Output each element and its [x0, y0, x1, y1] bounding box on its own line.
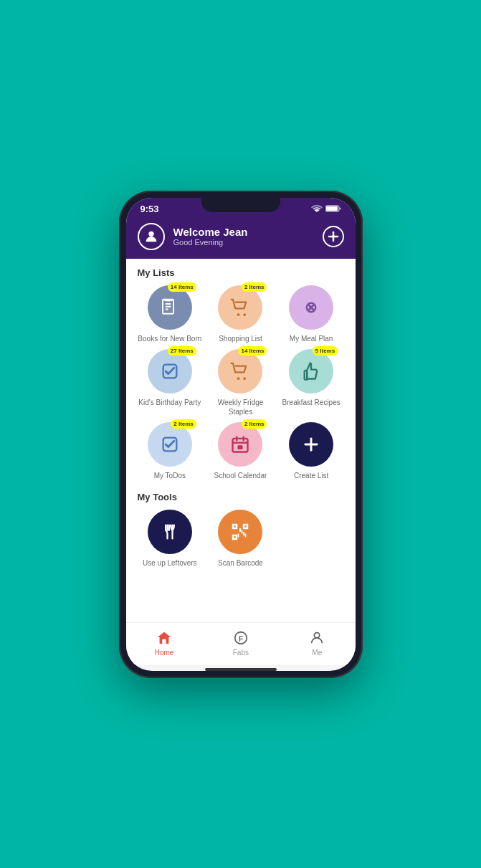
calendar-icon: [230, 434, 250, 454]
svg-point-0: [316, 211, 318, 213]
tool-item-barcode[interactable]: Scan Barcode: [208, 510, 273, 568]
svg-point-3: [148, 231, 153, 236]
list-item-meal[interactable]: My Meal Plan: [279, 285, 344, 343]
me-nav-label: Me: [312, 649, 322, 657]
label-create: Create List: [294, 471, 328, 480]
home-icon: [156, 630, 172, 646]
icon-wrapper-create: [289, 422, 333, 467]
list-item-calendar[interactable]: 2 Items School Calendar: [208, 422, 273, 480]
svg-text:F: F: [239, 634, 243, 642]
list-item-birthday[interactable]: 27 Items Kid's Birthday Party: [138, 349, 203, 416]
list-item-fridge[interactable]: 14 Items Weekly Fridge Staples: [208, 349, 273, 416]
icon-circle-create: [289, 422, 333, 467]
badge-birthday: 27 Items: [168, 346, 196, 356]
fabs-nav-icon: F: [232, 629, 250, 647]
my-lists-title: My Lists: [138, 267, 344, 278]
home-bar: [205, 668, 277, 671]
svg-point-17: [237, 377, 240, 380]
add-button[interactable]: [323, 226, 344, 247]
home-nav-label: Home: [155, 649, 174, 657]
icon-wrapper-breakfast: 5 Items: [289, 349, 333, 394]
list-item-shopping[interactable]: 2 Items Shopping List: [208, 285, 273, 343]
svg-point-18: [244, 377, 247, 380]
status-icons: [311, 205, 341, 212]
notch: [201, 198, 280, 212]
tool-item-leftovers[interactable]: Use up Leftovers: [138, 510, 203, 568]
my-tools-grid: Use up Leftovers: [138, 510, 344, 568]
svg-rect-39: [162, 639, 166, 643]
svg-point-11: [244, 313, 247, 316]
icon-wrapper-shopping: 2 Items: [218, 285, 262, 330]
label-fridge: Weekly Fridge Staples: [208, 398, 273, 416]
icon-circle-birthday: [148, 349, 192, 394]
home-nav-icon: [155, 629, 173, 647]
my-tools-title: My Tools: [138, 492, 344, 502]
badge-todos: 2 Items: [171, 419, 196, 429]
header-text: Welcome Jean Good Evening: [173, 226, 314, 247]
icon-wrapper-todos: 2 Items: [148, 422, 192, 467]
wifi-icon: [311, 205, 323, 212]
icon-circle-shopping: [218, 285, 262, 330]
icon-wrapper-calendar: 2 Items: [218, 422, 262, 467]
icon-wrapper-leftovers: [148, 510, 192, 554]
phone-screen: 9:53: [126, 198, 356, 671]
icon-wrapper-barcode: [218, 510, 262, 554]
thumbsup-icon: [301, 361, 321, 381]
badge-calendar: 2 Items: [242, 419, 267, 429]
svg-point-15: [310, 305, 313, 309]
cross-icon: [300, 297, 322, 318]
avatar: [138, 223, 165, 250]
nav-item-me[interactable]: Me: [308, 629, 326, 657]
list-item-books[interactable]: 14 Items Books for New Born: [138, 285, 203, 343]
list-item-todos[interactable]: 2 Items My ToDos: [138, 422, 203, 480]
badge-breakfast: 5 Items: [313, 346, 338, 356]
battery-icon: [325, 205, 341, 212]
icon-circle-meal: [289, 285, 333, 330]
icon-wrapper-birthday: 27 Items: [148, 349, 192, 394]
nav-item-fabs[interactable]: F Fabs: [232, 629, 250, 657]
person-icon: [309, 630, 325, 646]
phone-frame: 9:53: [119, 191, 363, 678]
svg-rect-19: [305, 370, 308, 379]
cart-icon: [229, 297, 251, 318]
header-title: Welcome Jean: [173, 226, 314, 238]
label-leftovers: Use up Leftovers: [143, 558, 197, 568]
user-icon: [143, 229, 159, 244]
label-todos: My ToDos: [154, 471, 186, 480]
list-item-breakfast[interactable]: 5 Items Breakfast Recipes: [279, 349, 344, 416]
status-time: 9:53: [141, 204, 159, 214]
label-books: Books for New Born: [138, 334, 201, 343]
bottom-nav: Home F Fabs Me: [126, 622, 356, 665]
plus-icon: [328, 231, 339, 242]
barcode-icon: [229, 521, 251, 543]
header: Welcome Jean Good Evening: [126, 217, 356, 259]
badge-shopping: 2 Items: [242, 282, 267, 292]
icon-circle-barcode: [218, 510, 262, 554]
main-content: My Lists 1: [126, 259, 356, 622]
book-icon: [159, 297, 181, 318]
label-barcode: Scan Barcode: [218, 558, 263, 568]
icon-circle-books: [148, 285, 192, 330]
cart2-icon: [229, 361, 251, 382]
fabs-icon: F: [233, 630, 249, 646]
svg-point-42: [315, 632, 320, 637]
badge-books: 14 Items: [168, 282, 196, 292]
svg-rect-25: [238, 445, 243, 449]
label-breakfast: Breakfast Recipes: [282, 398, 340, 407]
me-nav-icon: [308, 629, 326, 647]
create-icon: [301, 434, 321, 454]
label-shopping: Shopping List: [219, 334, 262, 343]
icon-circle-calendar: [218, 422, 262, 467]
checkbox-icon: [160, 361, 180, 381]
badge-fridge: 14 Items: [238, 346, 267, 356]
my-lists-grid: 14 Items Books for New Born: [138, 285, 344, 480]
icon-wrapper-books: 14 Items: [148, 285, 192, 330]
header-subtitle: Good Evening: [173, 238, 314, 247]
fork-knife-icon: [160, 522, 180, 542]
svg-rect-21: [233, 438, 248, 452]
fabs-nav-label: Fabs: [233, 649, 249, 657]
icon-wrapper-fridge: 14 Items: [218, 349, 262, 394]
icon-circle-todos: [148, 422, 192, 467]
list-item-create[interactable]: Create List: [279, 422, 344, 480]
nav-item-home[interactable]: Home: [155, 629, 174, 657]
